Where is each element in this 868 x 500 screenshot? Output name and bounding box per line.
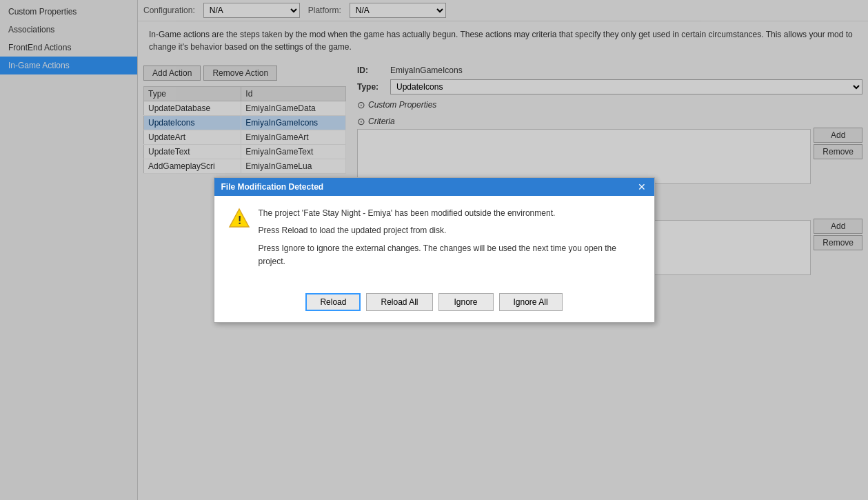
dialog-title: File Modification Detected: [221, 182, 324, 192]
dialog-message-row: ! The project 'Fate Stay Night - Emiya' …: [228, 207, 640, 268]
reload-all-button[interactable]: Reload All: [366, 293, 432, 311]
dialog-body: ! The project 'Fate Stay Night - Emiya' …: [214, 196, 654, 288]
dialog-buttons: Reload Reload All Ignore Ignore All: [214, 288, 654, 322]
file-modification-dialog: File Modification Detected ✕ ! The proje…: [214, 177, 655, 323]
dialog-overlay: File Modification Detected ✕ ! The proje…: [0, 0, 868, 500]
warning-icon: !: [228, 207, 250, 229]
ignore-all-button[interactable]: Ignore All: [499, 293, 563, 311]
dialog-titlebar: File Modification Detected ✕: [214, 178, 654, 196]
ignore-button[interactable]: Ignore: [438, 293, 494, 311]
dialog-text: The project 'Fate Stay Night - Emiya' ha…: [259, 207, 640, 268]
dialog-message-line1: The project 'Fate Stay Night - Emiya' ha…: [259, 207, 640, 220]
dialog-message-line3: Press Ignore to ignore the external chan…: [259, 242, 640, 268]
svg-text:!: !: [238, 214, 241, 226]
dialog-close-button[interactable]: ✕: [636, 182, 647, 192]
dialog-message-line2: Press Reload to load the updated project…: [259, 224, 640, 237]
reload-button[interactable]: Reload: [305, 293, 361, 311]
